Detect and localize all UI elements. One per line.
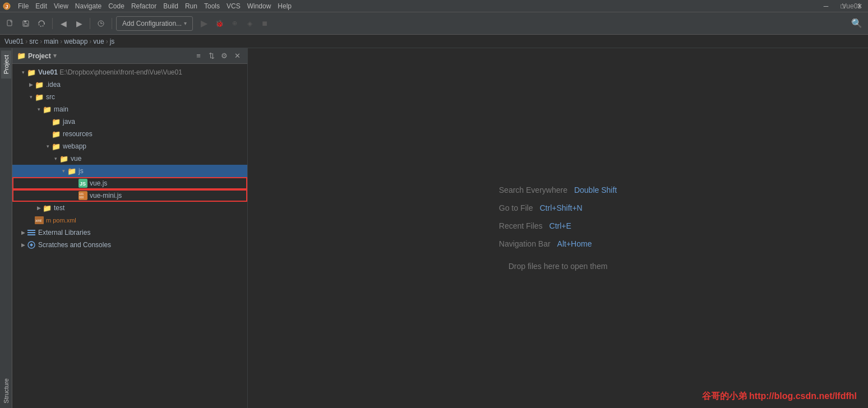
vueminijs-label: vue-mini.js (90, 192, 122, 200)
minimize-button[interactable]: ─ (818, 0, 834, 12)
svg-text:J: J (5, 4, 8, 10)
add-config-label: Add Configuration... (122, 20, 182, 27)
go-to-file-key: Ctrl+Shift+N (539, 203, 582, 212)
tree-item-webapp[interactable]: ▾ 📁 webapp (12, 140, 247, 152)
tree-item-idea[interactable]: ▶ 📁 .idea (12, 78, 247, 91)
svg-rect-17 (27, 234, 35, 235)
ext-libs-label: External Libraries (38, 229, 90, 237)
shortcut-hints: Search Everywhere Double Shift Go to Fil… (499, 186, 617, 248)
tree-item-js-folder[interactable]: ▾ 📁 js (12, 165, 247, 177)
settings-button[interactable]: ⚙ (219, 50, 230, 62)
run-button[interactable]: ▶ (197, 17, 211, 30)
watermark-text: 谷哥的小弟 http://blog.csdn.net/lfdfhl (702, 391, 857, 401)
save-button[interactable] (19, 17, 33, 30)
breadcrumb-vue[interactable]: vue (93, 38, 104, 45)
project-tab[interactable]: Project (1, 50, 11, 78)
tree-item-src[interactable]: ▾ 📁 src (12, 91, 247, 103)
tree-item-test[interactable]: ▶ 📁 test (12, 202, 247, 214)
vueminijs-file-icon: 101 000 (79, 191, 87, 200)
breadcrumb-webapp[interactable]: webapp (64, 38, 87, 45)
project-panel-header: 📁 Project ▾ ≡ ⇅ ⚙ ✕ (12, 48, 247, 64)
tree-item-vue-js[interactable]: ▶ JS vue.js (12, 177, 247, 189)
breadcrumb-main[interactable]: main (44, 38, 58, 45)
menu-file[interactable]: File (15, 1, 32, 11)
breadcrumb-js[interactable]: js (110, 38, 115, 45)
menu-run[interactable]: Run (182, 1, 201, 11)
shortcut-go-to-file: Go to File Ctrl+Shift+N (499, 203, 617, 212)
close-panel-button[interactable]: ✕ (232, 50, 243, 62)
app-icon: J (2, 2, 11, 11)
test-arrow-icon: ▶ (35, 204, 43, 212)
tree-item-scratches[interactable]: ▶ Scratches and Consoles (12, 239, 247, 251)
tree-item-main[interactable]: ▾ 📁 main (12, 103, 247, 115)
debug-button[interactable]: 🐞 (213, 17, 226, 30)
js-folder-icon: 📁 (67, 166, 76, 175)
shortcut-search-everywhere: Search Everywhere Double Shift (499, 186, 617, 194)
stop-button[interactable]: ■ (258, 17, 271, 30)
close-button[interactable]: ✕ (851, 0, 868, 12)
tree-item-vue01[interactable]: ▾ 📁 Vue01 E:\Dropbox\phoenix\front-end\V… (12, 66, 247, 78)
breadcrumb-sep-1: › (25, 38, 27, 45)
resources-folder-icon: 📁 (52, 129, 61, 138)
menu-refactor[interactable]: Refactor (128, 1, 160, 11)
tree-item-resources[interactable]: ▶ 📁 resources (12, 128, 247, 140)
menu-bar: J File Edit View Navigate Code Refactor … (0, 0, 868, 12)
menu-window[interactable]: Window (244, 1, 275, 11)
vcs-update-button[interactable] (94, 17, 108, 30)
breadcrumb-vue01[interactable]: Vue01 (4, 38, 24, 45)
folder-icon: 📁 (17, 52, 26, 60)
scratches-label: Scratches and Consoles (38, 241, 111, 249)
menu-navigate[interactable]: Navigate (72, 1, 105, 11)
expand-button[interactable]: ⇅ (206, 50, 217, 62)
project-panel: 📁 Project ▾ ≡ ⇅ ⚙ ✕ ▾ 📁 Vue01 E:\Dropbox… (12, 48, 248, 408)
toolbar-separator-2 (90, 18, 90, 29)
idea-folder-icon: 📁 (35, 80, 44, 89)
add-configuration-button[interactable]: Add Configuration... ▾ (116, 16, 193, 31)
breadcrumb-sep-2: › (40, 38, 42, 45)
vue-folder-icon: 📁 (59, 154, 68, 163)
svg-text:JS: JS (80, 181, 86, 187)
menu-edit[interactable]: Edit (32, 1, 50, 11)
side-tabs: Project Structure (0, 48, 12, 408)
tree-item-ext-libs[interactable]: ▶ External Libraries (12, 226, 247, 239)
coverage-button[interactable]: ⊕ (228, 17, 241, 30)
recent-files-key: Ctrl+E (550, 221, 571, 230)
breadcrumb-src[interactable]: src (29, 38, 38, 45)
structure-tab-side[interactable]: Structure (1, 374, 11, 408)
profile-button[interactable]: ◈ (243, 17, 256, 30)
back-button[interactable]: ◀ (57, 17, 70, 30)
menu-view[interactable]: View (50, 1, 72, 11)
ext-libs-arrow-icon: ▶ (19, 229, 27, 237)
breadcrumb-sep-3: › (60, 38, 62, 45)
new-file-button[interactable] (3, 17, 17, 30)
navigation-bar-key: Alt+Home (557, 239, 592, 248)
project-dropdown-icon[interactable]: ▾ (53, 52, 57, 59)
resources-label: resources (63, 130, 93, 138)
svg-text:xml: xml (35, 219, 41, 222)
run-buttons: ▶ 🐞 ⊕ ◈ ■ (197, 17, 271, 30)
sync-button[interactable] (35, 17, 48, 30)
menu-code[interactable]: Code (105, 1, 128, 11)
test-label: test (54, 204, 64, 212)
menu-vcs[interactable]: VCS (223, 1, 244, 11)
tree-item-vue-mini-js[interactable]: ▶ 101 000 vue-mini.js (12, 189, 247, 202)
svg-text:000: 000 (79, 196, 84, 199)
vue01-label: Vue01 E:\Dropbox\phoenix\front-end\Vue\V… (38, 68, 182, 76)
tree-item-pom-xml[interactable]: ▶ xml m pom.xml (12, 214, 247, 226)
svg-rect-2 (7, 20, 12, 26)
menu-build[interactable]: Build (160, 1, 182, 11)
collapse-all-button[interactable]: ≡ (193, 50, 204, 62)
menu-help[interactable]: Help (274, 1, 295, 11)
js-folder-label: js (79, 167, 84, 175)
tree-item-java[interactable]: ▶ 📁 java (12, 115, 247, 128)
forward-button[interactable]: ▶ (72, 17, 86, 30)
tree-item-vue[interactable]: ▾ 📁 vue (12, 152, 247, 165)
navigation-bar-label: Navigation Bar (499, 239, 551, 248)
menu-tools[interactable]: Tools (201, 1, 223, 11)
test-folder-icon: 📁 (43, 203, 52, 212)
idea-arrow-icon: ▶ (27, 81, 35, 89)
scratches-icon (27, 240, 36, 249)
search-everywhere-button[interactable]: 🔍 (849, 16, 865, 31)
maximize-button[interactable]: □ (834, 0, 851, 12)
drop-hint: Drop files here to open them (509, 262, 608, 271)
